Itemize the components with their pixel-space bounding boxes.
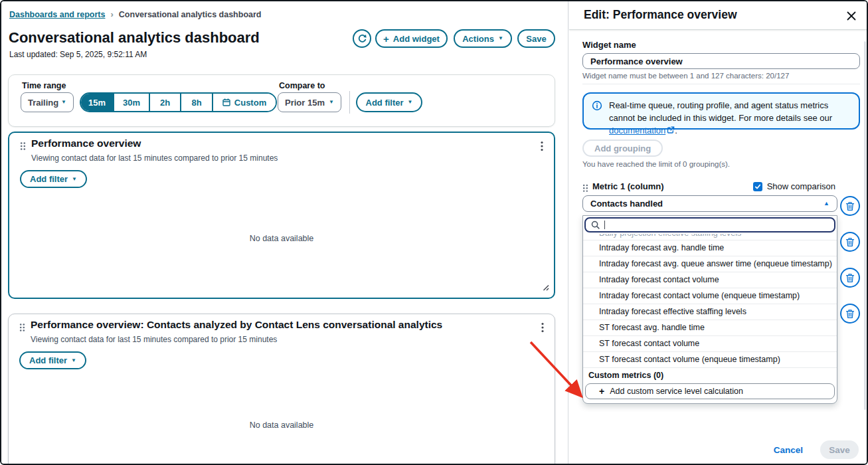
- custom-metrics-section-label: Custom metrics (0): [583, 367, 837, 382]
- toolbar-divider: [349, 91, 350, 114]
- breadcrumb: Dashboards and reports › Conversational …: [9, 9, 261, 19]
- trash-icon: [845, 309, 855, 319]
- time-range-label: Time range: [22, 81, 66, 90]
- dropdown-item[interactable]: ST forecast contact volume: [583, 335, 837, 351]
- search-icon: [591, 221, 600, 229]
- widget-subtitle: Viewing contact data for last 15 minutes…: [31, 335, 277, 344]
- widget-subtitle: Viewing contact data for last 15 minutes…: [31, 153, 278, 163]
- add-widget-button[interactable]: + Add widget: [375, 29, 448, 48]
- metric-drag-handle-icon[interactable]: [582, 183, 588, 195]
- dropdown-item-clipped[interactable]: Daily projection effective staffing leve…: [583, 234, 837, 240]
- trash-icon: [845, 237, 855, 247]
- text-cursor: [604, 221, 605, 229]
- close-panel-button[interactable]: [843, 7, 860, 25]
- breadcrumb-chevron-icon: ›: [110, 9, 113, 19]
- metric-1-label: Metric 1 (column): [592, 181, 664, 191]
- edit-panel: Edit: Performance overview Widget name W…: [569, 1, 868, 464]
- close-icon: [846, 11, 857, 21]
- checkbox-checked-icon: [753, 182, 762, 191]
- dropdown-item[interactable]: Intraday forecast contact volume: [583, 272, 837, 288]
- segment-30m[interactable]: 30m: [114, 94, 150, 111]
- add-filter-button[interactable]: Add filter ▼: [356, 92, 422, 112]
- save-dashboard-button[interactable]: Save: [517, 29, 555, 48]
- plus-icon: +: [599, 387, 604, 396]
- metric-search-input[interactable]: [610, 220, 829, 231]
- segment-2h[interactable]: 2h: [150, 94, 181, 111]
- time-range-segmented-control: 15m 30m 2h 8h Custom: [80, 92, 277, 112]
- delete-metric-4-button[interactable]: [840, 304, 860, 324]
- segment-8h[interactable]: 8h: [181, 94, 213, 111]
- metric-select-trigger[interactable]: Contacts handled ▲: [582, 195, 837, 212]
- delete-metric-3-button[interactable]: [840, 268, 860, 288]
- widget-name-input[interactable]: [582, 53, 860, 69]
- actions-button[interactable]: Actions ▼: [454, 29, 512, 48]
- app-window: Dashboards and reports › Conversational …: [0, 0, 868, 465]
- section-divider: [582, 84, 860, 84]
- caret-down-icon: ▼: [71, 358, 76, 363]
- breadcrumb-current: Conversational analytics dashboard: [119, 10, 262, 19]
- caret-down-icon: ▼: [498, 36, 503, 41]
- kebab-icon: [541, 141, 543, 151]
- dropdown-item[interactable]: Intraday forecast avg. queue answer time…: [583, 256, 837, 272]
- add-custom-service-level-button[interactable]: + Add custom service level calculation: [585, 383, 835, 399]
- widget-menu-button[interactable]: [539, 320, 547, 337]
- plus-icon: +: [383, 34, 389, 44]
- refresh-icon: [357, 34, 367, 44]
- widget-add-filter-button[interactable]: Add filter ▼: [19, 351, 86, 369]
- caret-down-icon: ▼: [72, 177, 77, 182]
- caret-down-icon: ▼: [329, 100, 334, 105]
- compare-to-label: Compare to: [279, 81, 325, 90]
- empty-state-text: No data available: [9, 234, 554, 243]
- widget-name-help-text: Widget name must be between 1 and 127 ch…: [582, 72, 789, 80]
- widget-performance-overview-contact-lens: Performance overview: Contacts analyzed …: [8, 314, 555, 465]
- caret-down-icon: ▼: [61, 100, 66, 105]
- caret-up-icon: ▲: [824, 201, 829, 207]
- dropdown-item[interactable]: Intraday forecast effective staffing lev…: [583, 304, 837, 320]
- show-comparison-label: Show comparison: [767, 181, 835, 191]
- metric-dropdown: Daily projection effective staffing leve…: [582, 215, 837, 404]
- panel-scrollbar[interactable]: [864, 41, 866, 410]
- drag-handle-icon[interactable]: [20, 141, 26, 153]
- dropdown-item[interactable]: Intraday forecast avg. handle time: [583, 240, 837, 256]
- breadcrumb-link-dashboards-and-reports[interactable]: Dashboards and reports: [9, 10, 105, 19]
- delete-metric-1-button[interactable]: [840, 196, 860, 216]
- widget-performance-overview: Performance overview Viewing contact dat…: [8, 132, 555, 299]
- widget-title: Performance overview: Contacts analyzed …: [31, 319, 442, 331]
- drag-handle-icon[interactable]: [19, 323, 25, 335]
- delete-metric-2-button[interactable]: [840, 232, 860, 252]
- info-alert: Real-time queue, routing profile, and ag…: [582, 92, 860, 130]
- refresh-button[interactable]: [353, 29, 371, 48]
- documentation-link[interactable]: documentation: [609, 126, 665, 136]
- dropdown-item[interactable]: ST forecast avg. handle time: [583, 320, 837, 335]
- grouping-limit-help-text: You have reached the limit of 0 grouping…: [582, 160, 730, 168]
- cancel-button[interactable]: Cancel: [774, 445, 803, 455]
- metric-search-box[interactable]: [584, 217, 835, 232]
- trash-icon: [845, 201, 855, 211]
- dashboard-region: Dashboards and reports › Conversational …: [1, 1, 568, 464]
- show-comparison-checkbox[interactable]: Show comparison: [753, 181, 835, 191]
- time-range-card: Time range Trailing ▼ 15m 30m 2h 8h Cu: [8, 74, 555, 127]
- dropdown-item[interactable]: Intraday forecast contact volume (enqueu…: [583, 288, 837, 304]
- kebab-icon: [541, 322, 544, 333]
- empty-state-text: No data available: [9, 420, 555, 430]
- edit-panel-header: Edit: Performance overview: [569, 1, 868, 30]
- info-alert-text: Real-time queue, routing profile, and ag…: [609, 99, 852, 138]
- segment-15m[interactable]: 15m: [81, 94, 114, 111]
- resize-handle-icon[interactable]: [541, 282, 549, 294]
- save-widget-button[interactable]: Save: [820, 440, 859, 459]
- trash-icon: [845, 273, 855, 283]
- split-divider: [568, 1, 568, 464]
- compare-to-select[interactable]: Prior 15m ▼: [278, 92, 341, 112]
- page-title: Conversational analytics dashboard: [9, 29, 260, 46]
- info-icon: [592, 100, 602, 114]
- calendar-icon: [222, 98, 230, 106]
- segment-custom[interactable]: Custom: [213, 94, 276, 111]
- widget-add-filter-button[interactable]: Add filter ▼: [20, 170, 87, 188]
- dropdown-item[interactable]: ST forecast contact volume (enqueue time…: [583, 351, 837, 367]
- external-link-icon: [667, 125, 675, 138]
- add-grouping-button[interactable]: Add grouping: [582, 140, 663, 157]
- widget-menu-button[interactable]: [538, 138, 546, 156]
- trailing-select[interactable]: Trailing ▼: [21, 92, 74, 112]
- caret-down-icon: ▼: [408, 100, 413, 105]
- edit-panel-title: Edit: Performance overview: [584, 8, 737, 22]
